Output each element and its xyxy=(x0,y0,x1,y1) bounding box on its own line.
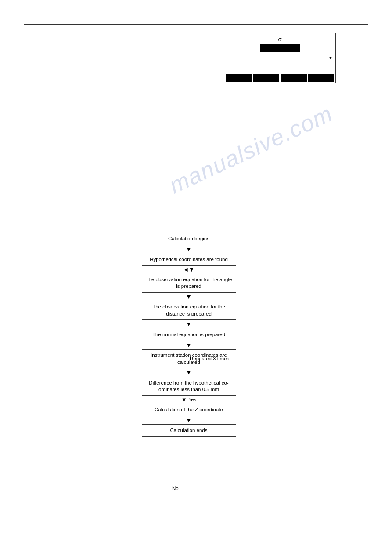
watermark: manualsive.com xyxy=(165,100,337,199)
arrow-7: ▼ xyxy=(186,416,192,425)
dropdown-arrow: ▼ xyxy=(328,55,333,60)
no-line-horizontal xyxy=(181,487,201,487)
no-label: No xyxy=(172,486,179,491)
black-bar xyxy=(260,44,300,52)
sigma-label: σ xyxy=(224,33,335,43)
repeated-label: Repeated 3 times xyxy=(190,356,229,361)
bottom-buttons xyxy=(224,73,335,83)
arrow-1: ▼ xyxy=(186,245,192,254)
hypo-coords-box: Hypothetical coordinates are found xyxy=(142,254,236,266)
flowchart: Calculation begins ▼ Hypothetical coordi… xyxy=(75,233,294,437)
arrow-2: ◄▼ xyxy=(142,266,236,274)
hypo-coords-label: Hypothetical coordinates are found xyxy=(150,257,228,262)
obs-angle-box: The observation equation for the angle i… xyxy=(142,274,236,293)
repeated-bracket xyxy=(183,310,245,413)
btn1[interactable] xyxy=(226,74,252,82)
ui-screenshot-box: σ ▼ xyxy=(224,33,336,83)
btn2[interactable] xyxy=(253,74,280,82)
calc-begins-label: Calculation begins xyxy=(168,236,209,241)
top-horizontal-rule xyxy=(24,24,368,25)
calc-ends-label: Calculation ends xyxy=(170,428,207,433)
calc-ends-box: Calculation ends xyxy=(142,424,236,437)
arrow-3: ▼ xyxy=(186,293,192,301)
obs-angle-label: The observation equation for the angle i… xyxy=(146,277,232,289)
btn4[interactable] xyxy=(308,74,334,82)
calc-begins-box: Calculation begins xyxy=(142,233,236,245)
btn3[interactable] xyxy=(281,74,307,82)
